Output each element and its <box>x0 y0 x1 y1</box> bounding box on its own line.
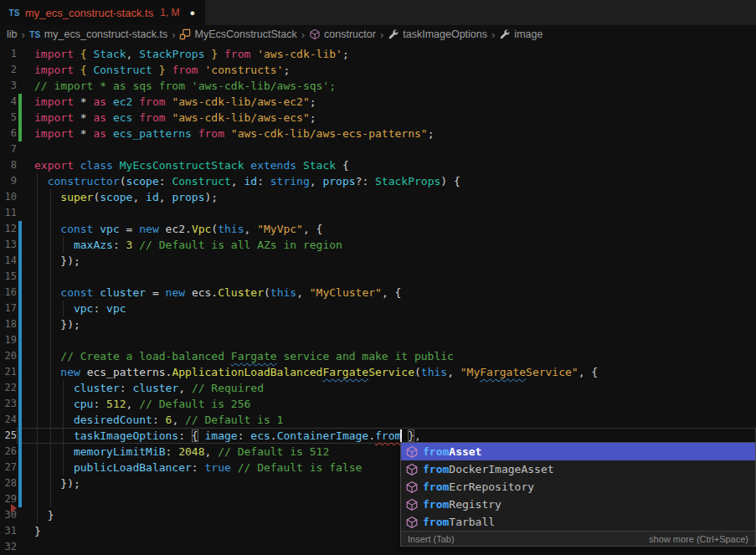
code-token: // Create a load-balanced <box>60 350 231 362</box>
code-line-content[interactable]: import { Stack, StackProps } from 'aws-c… <box>17 46 756 62</box>
code-line-content[interactable]: desiredCount: 6, // Default is 1 <box>17 412 756 428</box>
line-number[interactable]: 26 <box>0 444 17 460</box>
code-line: 24 desiredCount: 6, // Default is 1 <box>0 412 756 428</box>
unsaved-changes-dot[interactable]: ● <box>190 8 196 18</box>
code-token: : <box>93 398 106 410</box>
code-token: vpc <box>106 302 126 315</box>
code-line-content[interactable]: import * as ecs from "aws-cdk-lib/aws-ec… <box>17 110 756 126</box>
line-number[interactable]: 21 <box>0 364 17 380</box>
line-number[interactable]: 32 <box>0 539 17 555</box>
code-line-content[interactable]: new ecs_patterns.ApplicationLoadBalanced… <box>17 364 756 380</box>
line-number[interactable]: 8 <box>0 157 17 173</box>
code-line-content[interactable] <box>17 269 756 285</box>
line-number[interactable]: 11 <box>0 205 17 221</box>
code-token: ecs <box>113 111 132 124</box>
line-number[interactable]: 27 <box>0 460 17 475</box>
suggest-item-fromTarball[interactable]: fromTarball <box>401 513 755 531</box>
line-number[interactable]: 1 <box>0 46 17 62</box>
line-number[interactable]: 2 <box>0 62 17 78</box>
indent-guide <box>37 364 38 380</box>
line-number[interactable]: 3 <box>0 78 17 94</box>
code-line-content[interactable]: export class MyEcsConstructStack extends… <box>17 157 756 173</box>
code-line-content[interactable]: cpu: 512, // Default is 256 <box>17 396 756 412</box>
suggest-item-fromRegistry[interactable]: fromRegistry <box>401 496 755 513</box>
line-number[interactable]: 6 <box>0 126 17 141</box>
code-line: 12 const vpc = new ec2.Vpc(this, "MyVpc"… <box>0 221 756 237</box>
code-line-content[interactable]: import { Construct } from 'constructs'; <box>17 62 756 78</box>
suggest-status-left: Insert (Tab) <box>408 534 455 544</box>
breadcrumb-item-taskimageoptions[interactable]: taskImageOptions <box>388 28 487 40</box>
line-number[interactable]: 10 <box>0 189 17 205</box>
breadcrumb-item-myecsconstructstack[interactable]: MyEcsConstructStack <box>179 28 296 40</box>
indent-guide <box>50 221 51 237</box>
code-line-content[interactable]: super(scope, id, props); <box>17 189 756 205</box>
line-number[interactable]: 5 <box>0 110 17 126</box>
line-number[interactable]: 4 <box>0 94 17 110</box>
code-line-content[interactable]: maxAzs: 3 // Default is all AZs in regio… <box>17 237 756 253</box>
code-token: // Required <box>192 382 264 394</box>
suggest-item-fromEcrRepository[interactable]: fromEcrRepository <box>401 478 755 496</box>
suggest-item-fromAsset[interactable]: fromAsset <box>401 443 755 460</box>
code-line: 18 }); <box>0 316 756 332</box>
code-token: from <box>375 429 401 442</box>
code-token <box>34 223 60 235</box>
indent-guide <box>37 460 38 475</box>
code-token: 'constructs' <box>205 64 284 76</box>
code-line: 8export class MyEcsConstructStack extend… <box>0 157 756 173</box>
breadcrumb-item-image[interactable]: image <box>499 28 543 40</box>
code-line-content[interactable]: constructor(scope: Construct, id: string… <box>17 173 756 189</box>
line-number[interactable]: 16 <box>0 285 17 301</box>
code-token: . <box>270 429 277 442</box>
code-line-content[interactable]: vpc: vpc <box>17 301 756 316</box>
code-token: cluster <box>74 382 120 394</box>
line-number[interactable]: 20 <box>0 348 17 364</box>
code-token: vpc <box>74 302 93 315</box>
code-line-content[interactable] <box>17 332 756 348</box>
code-line-content[interactable]: // import * as sqs from 'aws-cdk-lib/aws… <box>17 78 756 94</box>
code-line-content[interactable]: cluster: cluster, // Required <box>17 380 756 396</box>
code-token: ); <box>205 191 219 203</box>
line-number[interactable]: 24 <box>0 412 17 428</box>
text-cursor <box>400 429 402 443</box>
indent-guide <box>63 460 64 475</box>
line-number[interactable]: 17 <box>0 301 17 316</box>
code-line-content[interactable]: const vpc = new ec2.Vpc(this, "MyVpc", { <box>17 221 756 237</box>
code-token: . <box>368 429 375 442</box>
line-number[interactable]: 13 <box>0 237 17 253</box>
line-number[interactable]: 7 <box>0 141 17 157</box>
code-line: 1import { Stack, StackProps } from 'aws-… <box>0 46 756 62</box>
breadcrumb-item-lib[interactable]: lib <box>7 28 18 40</box>
breadcrumb-item-my-ecs-construct-stack-ts[interactable]: TSmy_ecs_construct-stack.ts <box>29 28 167 40</box>
code-line-content[interactable]: }); <box>17 316 756 332</box>
line-number[interactable]: 28 <box>0 475 17 491</box>
code-line-content[interactable]: }); <box>17 253 756 269</box>
code-line-content[interactable]: import * as ecs_patterns from "aws-cdk-l… <box>17 126 756 141</box>
code-token: constructor <box>48 175 120 188</box>
code-token: ecs <box>192 286 211 299</box>
code-line-content[interactable]: import * as ec2 from "aws-cdk-lib/aws-ec… <box>17 94 756 110</box>
suggest-item-fromDockerImageAsset[interactable]: fromDockerImageAsset <box>401 460 755 478</box>
line-number[interactable]: 19 <box>0 332 17 348</box>
gutter-added-indicator <box>18 94 22 141</box>
line-number[interactable]: 31 <box>0 523 17 539</box>
code-line: 16 const cluster = new ecs.Cluster(this,… <box>0 285 756 301</box>
code-line-content[interactable] <box>17 205 756 221</box>
line-number[interactable]: 23 <box>0 396 17 412</box>
code-line-content[interactable]: const cluster = new ecs.Cluster(this, "M… <box>17 285 756 301</box>
code-line-content[interactable] <box>17 141 756 157</box>
line-number[interactable]: 22 <box>0 380 17 396</box>
line-number[interactable]: 15 <box>0 269 17 285</box>
line-number[interactable]: 12 <box>0 221 17 237</box>
line-number[interactable]: 18 <box>0 316 17 332</box>
code-line-content[interactable]: // Create a load-balanced Fargate servic… <box>17 348 756 364</box>
code-token: vpc <box>100 223 119 235</box>
line-number[interactable]: 25 <box>0 428 17 444</box>
code-token: props <box>172 191 204 203</box>
code-token: ( <box>211 223 218 235</box>
breadcrumb-item-constructor[interactable]: constructor <box>309 28 376 40</box>
line-number[interactable]: 14 <box>0 253 17 269</box>
tab-my-ecs-construct-stack[interactable]: TS my_ecs_construct-stack.ts 1, M ● <box>0 0 205 25</box>
code-token: "MyCluster" <box>310 286 382 299</box>
line-number[interactable]: 9 <box>0 173 17 189</box>
code-line: 4import * as ec2 from "aws-cdk-lib/aws-e… <box>0 94 756 110</box>
